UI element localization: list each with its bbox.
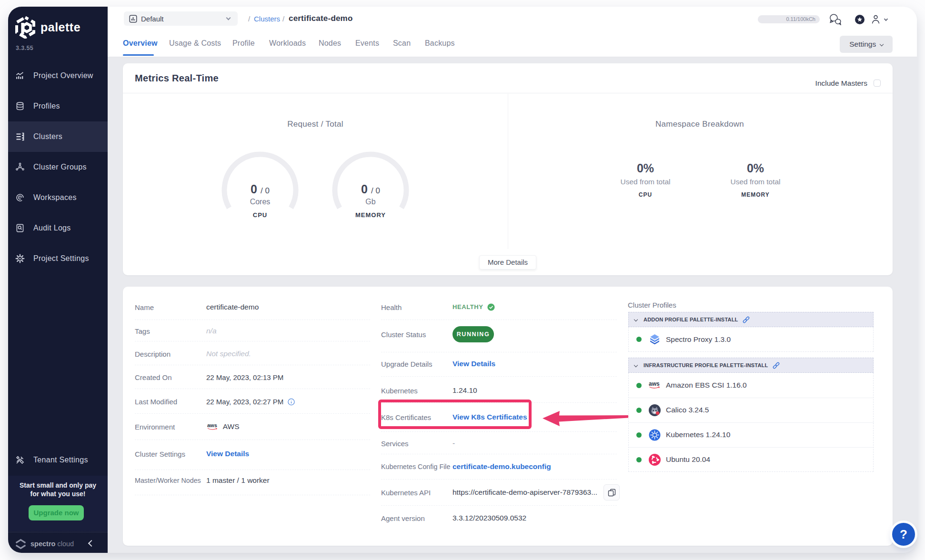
svg-text:aws: aws (207, 422, 217, 428)
svg-text:aws: aws (649, 380, 660, 387)
